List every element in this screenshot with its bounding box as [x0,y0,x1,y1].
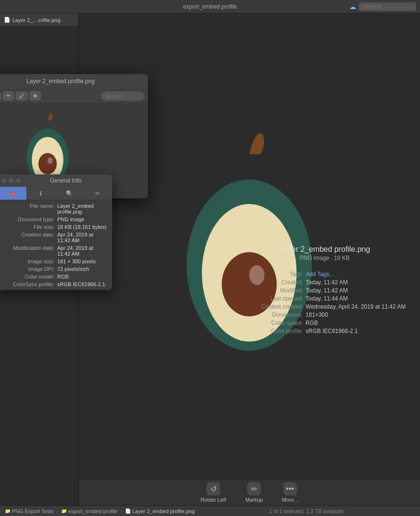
finder-filetype: PNG image · 18 KB [243,255,406,261]
info-row-doctype: Document type: PNG image [0,215,112,223]
finder-row-color-space: Color space RGB [243,320,406,326]
info-value-colorsync: sRGB IEC61966-2.1 [57,281,107,287]
rotate-left-label: Rotate Left [200,497,226,503]
finder-value-content-created: Wednesday, April 24, 2019 at 11:42 AM [305,303,406,310]
dropbox-icon: ☁ [349,3,356,11]
finder-row-tags: Tags Add Tags... [243,271,406,278]
info-value-colormodel: RGB [57,274,107,280]
info-tab-info[interactable]: ℹ [26,187,55,200]
info-tab-bookmark[interactable]: 🔖 [0,187,26,200]
info-label-modification: Modification date: [2,245,57,257]
info-close[interactable] [1,178,6,183]
finder-row-created: Created Today, 11:42 AM [243,279,406,286]
title-search-input[interactable] [359,2,416,11]
preview-search-input[interactable] [101,92,144,100]
bottom-toolbar: ↺ Rotate Left ✏ Markup ••• More... [79,479,420,505]
window-title: export_embed profile [183,3,237,10]
info-label-imagesize: Image size: [2,258,57,264]
finder-value-created: Today, 11:42 AM [305,279,406,286]
info-panel: General Info 🔖 ℹ 🔍 ✏ File name: Layer 2_… [0,174,112,290]
preview-titlebar: Layer 2_embed profile.png [0,74,148,88]
info-row-filename: File name: Layer 2_embed profile.png [0,202,112,215]
finder-label-last-opened: Last opened [243,295,305,302]
finder-row-modified: Modified Today, 11:42 AM [243,287,406,294]
info-label-filesize: File size: [2,224,57,230]
title-bar: export_embed profile ☁ [0,0,420,13]
info-row-imagesize: Image size: 181 × 300 pixels [0,258,112,265]
folder-icon-1: 📁 [5,508,10,514]
finder-row-dimensions: Dimensions 181×300 [243,312,406,318]
path-sep-1: › [56,508,58,514]
finder-filename: Layer 2_embed profile.png [243,245,406,254]
info-tab-edit[interactable]: ✏ [84,187,112,200]
info-row-colorsync: ColorSync profile: sRGB IEC61966-2.1 [0,280,112,288]
sidebar-filename: Layer 2_....rofile.png [12,17,60,23]
preview-title: Layer 2_embed profile.png [0,78,144,85]
info-row-creation: Creation date: Apr 24, 2019 at 11:42 AM [0,231,112,244]
path-item-1[interactable]: 📁 PNG Export Tests [5,508,53,514]
more-label: More... [282,497,298,503]
status-text: 1 of 1 selected, 1.3 TB available [198,508,415,514]
info-value-filename: Layer 2_embed profile.png [57,203,107,215]
path-label-1: PNG Export Tests [12,508,53,514]
finder-label-color-space: Color space [243,320,305,326]
info-row-colormodel: Color model: RGB [0,273,112,280]
finder-value-tags[interactable]: Add Tags... [305,271,406,278]
info-value-imagesize: 181 × 300 pixels [57,258,107,264]
share-button[interactable]: ↑ [0,92,1,100]
file-icon-path: 📄 [125,508,131,514]
title-bar-right: ☁ [349,2,416,11]
finder-label-modified: Modified [243,287,305,294]
finder-value-color-profile: sRGB IEC61966-2.1 [305,328,406,334]
info-row-modification: Modification date: Apr 24, 2019 at 11:42… [0,244,112,258]
sidebar-file-tab[interactable]: 📄 Layer 2_....rofile.png [0,13,78,27]
path-item-2[interactable]: 📁 export_embed profile [61,508,117,514]
rotate-left-button[interactable]: ↺ Rotate Left [200,482,226,503]
info-value-doctype: PNG image [57,216,107,222]
rotate-left-icon: ↺ [207,482,220,495]
info-label-doctype: Document type: [2,216,57,222]
info-max[interactable] [16,178,21,183]
info-min[interactable] [9,178,13,183]
adjust-button[interactable]: ⊕ [30,91,41,100]
info-value-dpi: 72 pixels/inch [57,266,107,272]
info-toolbar: 🔖 ℹ 🔍 ✏ [0,187,112,200]
finder-row-last-opened: Last opened Today, 11:44 AM [243,295,406,302]
svg-point-6 [39,153,57,174]
path-label-3: Layer 2_embed profile.png [132,508,195,514]
more-icon: ••• [284,482,297,495]
info-rows: File name: Layer 2_embed profile.png Doc… [0,200,112,290]
preview-toolbar: ⊞ ▾ − + ↑ ✏ 🖊 ⊕ [0,88,148,104]
info-label-creation: Creation date: [2,232,57,243]
info-label-colormodel: Color model: [2,274,57,280]
info-label-filename: File name: [2,203,57,215]
folder-icon-2: 📁 [61,508,67,514]
finder-label-dimensions: Dimensions [243,312,305,318]
info-value-modification: Apr 24, 2019 at 11:42 AM [57,245,107,257]
info-panel-title: General Info [23,177,108,184]
image-info-panel: Layer 2_embed profile.png PNG image · 18… [243,245,406,340]
info-row-filesize: File size: 18 KB (18,161 bytes) [0,223,112,231]
draw-button[interactable]: ✏ [3,91,14,100]
finder-value-last-opened: Today, 11:44 AM [305,295,406,302]
info-label-colorsync: ColorSync profile: [2,281,57,287]
stamp-button[interactable]: 🖊 [16,92,28,100]
info-value-filesize: 18 KB (18,161 bytes) [57,224,107,230]
more-button[interactable]: ••• More... [282,482,298,503]
markup-label: Markup [245,497,263,503]
finder-label-created: Created [243,279,305,286]
info-tab-search[interactable]: 🔍 [55,187,84,200]
svg-point-7 [48,157,53,164]
finder-row-color-profile: Color profile sRGB IEC61966-2.1 [243,328,406,334]
markup-button[interactable]: ✏ Markup [245,482,263,503]
info-panel-titlebar: General Info [0,174,112,187]
finder-label-color-profile: Color profile [243,328,305,334]
path-item-3[interactable]: 📄 Layer 2_embed profile.png [125,508,195,514]
file-icon: 📄 [4,17,10,23]
finder-value-color-space: RGB [305,320,406,326]
finder-value-dimensions: 181×300 [305,312,406,318]
finder-label-tags: Tags [243,271,305,278]
info-row-dpi: Image DPI: 72 pixels/inch [0,265,112,273]
finder-row-content-created: Content created Wednesday, April 24, 201… [243,303,406,310]
markup-icon: ✏ [247,482,261,495]
